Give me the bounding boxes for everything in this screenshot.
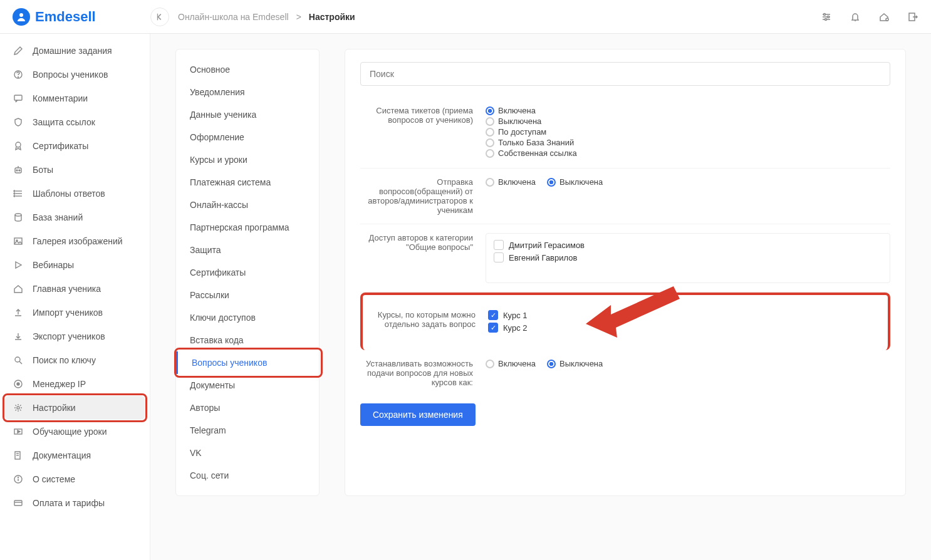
sliders-icon[interactable] <box>821 11 832 23</box>
svg-marker-35 <box>18 430 20 433</box>
radio-option[interactable]: По доступам <box>486 127 890 137</box>
subnav-item-12[interactable]: Вставка кода <box>176 329 319 351</box>
sidebar-item-4[interactable]: Сертификаты <box>0 134 150 158</box>
sidebar-item-1[interactable]: Вопросы учеников <box>0 63 150 86</box>
annotation-arrow <box>586 280 686 349</box>
label-courses: Курсы, по которым можно отдельно задать … <box>363 304 488 341</box>
radio-option[interactable]: Выключена <box>486 117 890 126</box>
radio-option[interactable]: Выключена <box>547 359 603 368</box>
svg-point-12 <box>18 77 19 78</box>
radio-label: Выключена <box>498 117 541 126</box>
sidebar-item-2[interactable]: Комментарии <box>0 86 150 110</box>
radio-icon <box>486 360 494 368</box>
subnav-item-9[interactable]: Сертификаты <box>176 261 319 284</box>
radio-label: Включена <box>498 106 536 115</box>
sidebar-label: Комментарии <box>33 93 88 103</box>
sidebar-item-17[interactable]: Документация <box>0 443 150 467</box>
subnav-item-17[interactable]: VK <box>176 442 319 464</box>
sidebar-item-14[interactable]: Менеджер IP <box>0 372 150 396</box>
radio-icon <box>486 149 494 158</box>
subnav-item-6[interactable]: Онлайн-кассы <box>176 194 319 216</box>
breadcrumb-root[interactable]: Онлайн-школа на Emdesell <box>178 12 289 22</box>
subnav-item-13[interactable]: Вопросы учеников <box>176 351 319 374</box>
sidebar-item-7[interactable]: База знаний <box>0 205 150 229</box>
svg-point-25 <box>15 214 21 216</box>
svg-point-0 <box>19 13 23 17</box>
home-icon[interactable] <box>878 11 890 23</box>
subnav-item-15[interactable]: Авторы <box>176 397 319 419</box>
radio-option[interactable]: Включена <box>486 359 536 368</box>
subnav-item-18[interactable]: Соц. сети <box>176 464 319 487</box>
sidebar-item-3[interactable]: Защита ссылок <box>0 110 150 134</box>
subnav-item-7[interactable]: Партнерская программа <box>176 216 319 239</box>
sidebar-item-0[interactable]: Домашние задания <box>0 39 150 63</box>
exit-icon[interactable] <box>907 11 918 23</box>
checkbox-option[interactable]: Дмитрий Герасимов <box>494 240 882 250</box>
save-button[interactable]: Сохранить изменения <box>360 403 476 426</box>
sidebar-item-9[interactable]: Вебинары <box>0 253 150 277</box>
back-button[interactable] <box>150 8 169 26</box>
sidebar-item-8[interactable]: Галерея изображений <box>0 229 150 253</box>
sidebar-item-5[interactable]: Боты <box>0 158 150 182</box>
search-input[interactable] <box>360 62 890 86</box>
checkbox-icon: ✓ <box>488 310 498 320</box>
svg-point-22 <box>14 190 15 192</box>
sidebar-item-16[interactable]: Обучающие уроки <box>0 420 150 443</box>
svg-point-33 <box>17 407 19 409</box>
svg-point-5 <box>824 13 826 15</box>
sidebar: Домашние заданияВопросы учениковКоммента… <box>0 34 150 560</box>
sidebar-item-6[interactable]: Шаблоны ответов <box>0 182 150 205</box>
radio-label: Только База Знаний <box>498 138 574 147</box>
sidebar-label: Документация <box>33 450 91 460</box>
radio-option[interactable]: Собственная ссылка <box>486 148 890 158</box>
radio-option[interactable]: Включена <box>486 177 536 187</box>
checkbox-option[interactable]: ✓Курс 2 <box>488 323 888 333</box>
subnav-item-11[interactable]: Ключи доступов <box>176 306 319 329</box>
radio-option[interactable]: Выключена <box>547 177 603 187</box>
radio-label: Выключена <box>559 177 603 187</box>
sidebar-item-18[interactable]: О системе <box>0 467 150 491</box>
svg-line-30 <box>19 361 22 364</box>
subnav-item-1[interactable]: Уведомления <box>176 81 319 103</box>
subnav-item-16[interactable]: Telegram <box>176 419 319 442</box>
subnav-item-4[interactable]: Курсы и уроки <box>176 148 319 171</box>
subnav-item-10[interactable]: Рассылки <box>176 284 319 306</box>
svg-point-14 <box>16 142 21 147</box>
checkbox-option[interactable]: ✓Курс 1 <box>488 310 888 320</box>
image-icon <box>13 236 24 247</box>
breadcrumb-sep: > <box>296 12 301 22</box>
subnav-item-14[interactable]: Документы <box>176 374 319 397</box>
svg-point-23 <box>14 193 15 194</box>
subnav-item-3[interactable]: Оформление <box>176 126 319 148</box>
subnav-item-5[interactable]: Платежная система <box>176 171 319 194</box>
subnav-item-2[interactable]: Данные ученика <box>176 103 319 126</box>
sidebar-item-10[interactable]: Главная ученика <box>0 277 150 301</box>
sidebar-item-13[interactable]: Поиск по ключу <box>0 348 150 372</box>
sidebar-label: Менеджер IP <box>33 379 86 389</box>
sidebar-label: Домашние задания <box>33 46 112 56</box>
bell-icon[interactable] <box>850 11 861 23</box>
sidebar-item-12[interactable]: Экспорт учеников <box>0 324 150 348</box>
sidebar-item-19[interactable]: Оплата и тарифы <box>0 491 150 515</box>
sidebar-item-11[interactable]: Импорт учеников <box>0 301 150 324</box>
svg-rect-26 <box>14 238 22 244</box>
shield-icon <box>13 117 24 128</box>
subnav-item-0[interactable]: Основное <box>176 58 319 81</box>
checkbox-option[interactable]: Евгений Гаврилов <box>494 252 882 262</box>
sidebar-label: Обучающие уроки <box>33 427 107 437</box>
svg-point-41 <box>18 477 19 478</box>
radio-option[interactable]: Только База Знаний <box>486 138 890 147</box>
sidebar-item-15[interactable]: Настройки <box>5 396 145 420</box>
radio-label: По доступам <box>498 127 546 137</box>
svg-marker-28 <box>16 262 21 268</box>
sidebar-label: Галерея изображений <box>33 236 123 246</box>
settings-panel: Система тикетов (приема вопросов от учен… <box>345 49 906 496</box>
checkbox-icon <box>494 240 504 250</box>
radio-icon <box>486 117 494 126</box>
breadcrumb-current: Настройки <box>309 12 355 22</box>
radio-option[interactable]: Включена <box>486 106 890 115</box>
svg-point-9 <box>886 18 888 21</box>
sidebar-label: Поиск по ключу <box>33 355 96 365</box>
subnav-item-8[interactable]: Защита <box>176 239 319 261</box>
pencil-icon <box>13 45 24 56</box>
